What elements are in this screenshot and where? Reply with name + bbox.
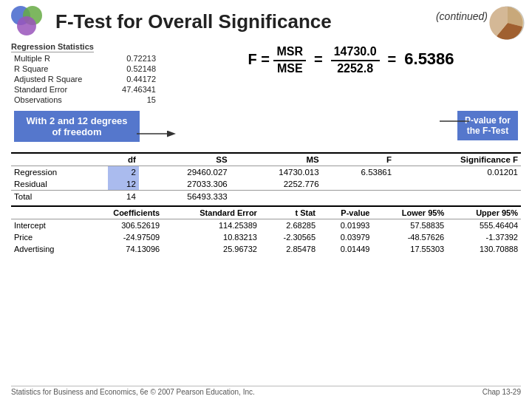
reg-stat-name: Standard Error — [11, 84, 107, 95]
numerator-val: 14730.0 — [331, 44, 380, 61]
callout-freedom: With 2 and 12 degrees of freedom — [14, 111, 140, 142]
formula-area: F = MSR MSE = 14730.0 2252.8 = 6.5386 — [174, 41, 521, 77]
callout-freedom-line1: With 2 and 12 degrees — [26, 115, 127, 126]
footer-right: Chap 13-29 — [482, 388, 521, 396]
coef-row: Intercept306.52619114.253892.682850.0199… — [11, 219, 521, 232]
anova-cell — [322, 191, 395, 203]
anova-cell: Regression — [11, 166, 108, 179]
anova-cell — [395, 191, 521, 203]
anova-cell: Total — [11, 191, 108, 203]
anova-cell — [231, 191, 322, 203]
anova-col-header: F — [322, 154, 395, 166]
formula-fraction-values: 14730.0 2252.8 — [331, 44, 380, 77]
anova-col-header: Significance F — [395, 154, 521, 166]
anova-cell — [395, 178, 521, 191]
coefficients-section: CoefficientsStandard Errort StatP-valueL… — [11, 205, 521, 255]
anova-cell: 2 — [108, 166, 138, 179]
anova-row: Total1456493.333 — [11, 191, 521, 203]
logo-icon — [11, 6, 47, 37]
eq1: = — [314, 51, 323, 67]
reg-stats-row: Standard Error47.46341 — [11, 84, 159, 95]
denominator-val: 2252.8 — [334, 61, 376, 77]
anova-cell: 14 — [108, 191, 138, 203]
coef-cell: -48.57626 — [372, 231, 447, 243]
anova-cell: 6.53861 — [322, 166, 395, 179]
header: F-Test for Overall Significance (continu… — [0, 0, 532, 40]
coef-cell: Price — [11, 231, 82, 243]
coef-col-header: Coefficients — [82, 207, 163, 219]
mse-label: MSE — [274, 61, 306, 77]
coef-row: Advertising74.1309625.967322.854780.0144… — [11, 243, 521, 255]
coef-col-header: t Stat — [260, 207, 318, 219]
anova-col-header — [11, 154, 108, 166]
coef-cell: 306.52619 — [82, 219, 163, 232]
reg-stat-value: 0.44172 — [107, 74, 159, 84]
anova-row: Residual1227033.3062252.776 — [11, 178, 521, 191]
coef-cell: 2.85478 — [260, 243, 318, 255]
coef-col-header — [11, 207, 82, 219]
coef-col-header: P-value — [318, 207, 372, 219]
main-content: Regression Statistics Multiple R0.72213R… — [0, 40, 532, 255]
coef-cell: -2.30565 — [260, 231, 318, 243]
anova-cell: 29460.027 — [139, 166, 231, 179]
reg-stat-value: 0.72213 — [107, 53, 159, 64]
callout-pvalue-line2: the F-Test — [467, 126, 508, 136]
reg-stat-name: Observations — [11, 95, 107, 105]
coef-cell: 57.58835 — [372, 219, 447, 232]
anova-cell — [322, 178, 395, 191]
reg-stat-name: Multiple R — [11, 53, 107, 64]
anova-table: dfSSMSFSignificance F Regression229460.0… — [11, 154, 521, 202]
reg-stat-name: Adjusted R Square — [11, 74, 107, 84]
anova-cell: 12 — [108, 178, 138, 191]
reg-stats-row: Multiple R0.72213 — [11, 53, 159, 64]
anova-col-header: df — [108, 154, 138, 166]
anova-section: dfSSMSFSignificance F Regression229460.0… — [11, 152, 521, 202]
coef-cell: 17.55303 — [372, 243, 447, 255]
anova-col-header: MS — [231, 154, 322, 166]
anova-cell: 14730.013 — [231, 166, 322, 179]
regression-stats-panel: Regression Statistics Multiple R0.72213R… — [11, 41, 174, 105]
f-result: 6.5386 — [404, 50, 454, 68]
coef-cell: -1.37392 — [447, 231, 521, 243]
reg-stat-value: 0.52148 — [107, 64, 159, 74]
reg-stats-row: Adjusted R Square0.44172 — [11, 74, 159, 84]
reg-stat-value: 15 — [107, 95, 159, 105]
anova-cell: 2252.776 — [231, 178, 322, 191]
coef-cell: 0.03979 — [318, 231, 372, 243]
callout-pvalue: P-value for the F-Test — [457, 111, 518, 140]
anova-row: Regression229460.02714730.0136.538610.01… — [11, 166, 521, 179]
coef-cell: 2.68285 — [260, 219, 318, 232]
formula-fraction-labels: MSR MSE — [273, 44, 306, 77]
footer: Statistics for Business and Economics, 6… — [11, 386, 521, 396]
f-label: F = — [248, 51, 273, 67]
anova-col-header: SS — [139, 154, 231, 166]
pie-chart-icon — [489, 4, 526, 41]
coef-col-header: Standard Error — [163, 207, 260, 219]
msr-label: MSR — [273, 44, 306, 61]
eq2: = — [388, 51, 397, 67]
continued-label: (continued) — [436, 10, 488, 22]
coef-cell: 25.96732 — [163, 243, 260, 255]
circle-purple — [17, 16, 36, 35]
coef-cell: 114.25389 — [163, 219, 260, 232]
anova-cell: 27033.306 — [139, 178, 231, 191]
coef-cell: -24.97509 — [82, 231, 163, 243]
coef-cell: 74.13096 — [82, 243, 163, 255]
regression-stats-label: Regression Statistics — [11, 42, 94, 52]
anova-cell: 0.01201 — [395, 166, 521, 179]
coef-cell: Intercept — [11, 219, 82, 232]
footer-left: Statistics for Business and Economics, 6… — [11, 388, 255, 396]
formula-box: F = MSR MSE = 14730.0 2252.8 = 6.5386 — [248, 44, 454, 77]
reg-stat-name: R Square — [11, 64, 107, 74]
coef-row: Price-24.9750910.83213-2.305650.03979-48… — [11, 231, 521, 243]
reg-stat-value: 47.46341 — [107, 84, 159, 95]
coefficients-table: CoefficientsStandard Errort StatP-valueL… — [11, 207, 521, 255]
middle-section: With 2 and 12 degrees of freedom P-value… — [11, 108, 521, 146]
coef-cell: 0.01449 — [318, 243, 372, 255]
coef-cell: 0.01993 — [318, 219, 372, 232]
coef-col-header: Lower 95% — [372, 207, 447, 219]
coef-col-header: Upper 95% — [447, 207, 521, 219]
top-section: Regression Statistics Multiple R0.72213R… — [11, 41, 521, 105]
coef-cell: 130.70888 — [447, 243, 521, 255]
callout-freedom-line2: of freedom — [52, 126, 101, 137]
